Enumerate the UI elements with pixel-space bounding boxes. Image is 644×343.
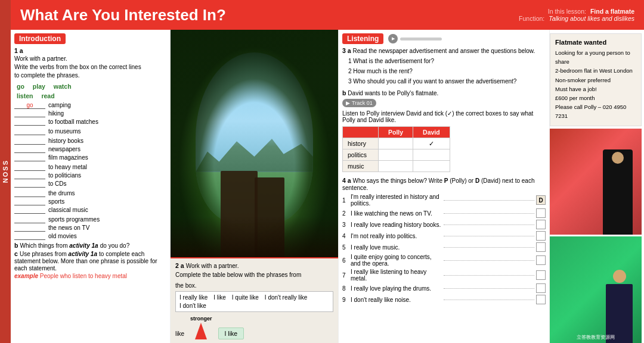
phrase-dont-like: I don't like bbox=[179, 303, 206, 309]
q3b-label: b bbox=[342, 89, 348, 96]
photo-man-container: 立答教教育资源网 bbox=[550, 236, 642, 343]
listening-title: Listening bbox=[342, 33, 383, 44]
q4-item-2: 2 I like watching the news on TV. bbox=[342, 208, 546, 218]
row-history-polly bbox=[379, 138, 413, 149]
ad-line2: 2-bedroom flat in West London bbox=[555, 66, 636, 75]
answer-box-9 bbox=[536, 295, 546, 304]
ad-line6: Please call Polly – 020 4950 7231 bbox=[555, 102, 636, 120]
right-sidebar: Flatmate wanted Looking for a young pers… bbox=[550, 30, 644, 343]
verb-watch: watch bbox=[54, 83, 72, 90]
lesson-label: In this lesson: bbox=[548, 8, 586, 15]
phrase-camping: camping bbox=[48, 102, 71, 108]
function-label: Function: bbox=[519, 15, 544, 22]
phrase-sports-programmes: sports programmes bbox=[48, 216, 100, 223]
phrase-football-matches: to football matches bbox=[48, 119, 98, 125]
example-label: example bbox=[14, 273, 40, 279]
progress-bar[interactable] bbox=[400, 38, 442, 40]
phrase-classical-music: classical music bbox=[48, 207, 88, 213]
page-title: What Are You Interested In? bbox=[20, 6, 519, 24]
phrase-heavy-metal: to heavy metal bbox=[48, 164, 87, 170]
activity-1a-line1: Work with a partner. bbox=[14, 55, 166, 63]
q4-item-8: 8 I really love playing the drums. bbox=[342, 283, 546, 293]
row-history-label: history bbox=[343, 138, 379, 149]
q3a-text: Read the newspaper advertisement and ans… bbox=[353, 48, 535, 54]
activity-2-section: 2 a Work with a partner. Complete the ta… bbox=[171, 257, 338, 343]
row-politics-polly bbox=[379, 149, 413, 161]
ad-line3: Non-smoker preferred bbox=[555, 76, 636, 85]
phrase-news-tv: the news on TV bbox=[48, 224, 89, 231]
verb-go: go bbox=[17, 83, 24, 90]
q4-item-4: 4 I'm not really into politics. bbox=[342, 231, 546, 241]
verb-read: read bbox=[41, 92, 54, 99]
q4-item-9: 9 I don't really like noise. bbox=[342, 295, 546, 304]
row-politics-david bbox=[413, 149, 450, 161]
phrase-really-like: I really like bbox=[179, 294, 208, 301]
blank-go: go bbox=[14, 102, 45, 109]
answer-box-7 bbox=[536, 270, 546, 280]
activity-1b-label: b bbox=[14, 242, 18, 249]
like-label: like bbox=[175, 330, 184, 337]
phrase-sports: sports bbox=[48, 198, 64, 205]
example-text: People who listen to heavy metal bbox=[40, 273, 127, 279]
ad-line1: Looking for a young person to share bbox=[555, 48, 636, 66]
q4-item-3: 3 I really love reading history books. bbox=[342, 220, 546, 229]
phrase-old-movies: old movies bbox=[48, 233, 77, 239]
verb-listen: listen bbox=[17, 92, 33, 99]
activity-2-line1: Work with a partner. bbox=[186, 263, 239, 269]
answer-box-6 bbox=[536, 255, 546, 265]
introduction-section: Introduction 1 a Work with a partner. Wr… bbox=[11, 30, 171, 343]
tent-image bbox=[171, 30, 338, 257]
phrase-film-magazines: film magazines bbox=[48, 154, 88, 161]
q3a-questions: 1 What is the advertisement for? 2 How m… bbox=[348, 56, 546, 86]
introduction-title: Introduction bbox=[14, 33, 66, 44]
activity-1a-label: 1 a bbox=[14, 47, 166, 54]
q4-items-list: 1 I'm really interested in history and p… bbox=[342, 194, 546, 304]
activity-1b-text: Which things from bbox=[20, 242, 69, 249]
row-history-david: ✓ bbox=[413, 138, 450, 149]
play-icon: ▶ bbox=[346, 100, 350, 106]
answer-box-1: D bbox=[536, 195, 546, 205]
middle-section: 2 a Work with a partner. Complete the ta… bbox=[171, 30, 339, 343]
advertisement-box: Flatmate wanted Looking for a young pers… bbox=[550, 33, 642, 126]
audio-controls[interactable]: ▶ bbox=[388, 34, 442, 43]
header-lesson-info: In this lesson: Find a flatmate Function… bbox=[519, 8, 634, 22]
q4-item-1: 1 I'm really interested in history and p… bbox=[342, 194, 546, 207]
phrase-quite-like: I quite like bbox=[232, 294, 259, 301]
activity-1a-line2: Write the verbs from the box on the corr… bbox=[14, 63, 166, 71]
activity-2-label: 2 a bbox=[175, 262, 184, 269]
lesson-badge: NOSS bbox=[0, 0, 11, 343]
phrases-box: I really like I like I quite like I don'… bbox=[175, 291, 333, 312]
phrase-history-books: history books bbox=[48, 138, 83, 144]
answer-box-4 bbox=[536, 231, 546, 241]
verbs-box: go play watch bbox=[14, 82, 166, 91]
answer-box-5 bbox=[536, 242, 546, 252]
table-header-david: David bbox=[413, 127, 450, 138]
phrase-cds: to CDs bbox=[48, 180, 67, 187]
track-badge[interactable]: ▶ Track 01 bbox=[342, 99, 376, 107]
activity-2-instructions: Complete the table below with the phrase… bbox=[175, 271, 333, 279]
photo-woman-container bbox=[550, 129, 642, 235]
q4-item-5: 5 I really love music. bbox=[342, 242, 546, 252]
stronger-label: stronger bbox=[190, 316, 212, 322]
phrase-drums: the drums bbox=[48, 190, 75, 197]
q3a-label: 3 a bbox=[342, 47, 353, 54]
play-button[interactable]: ▶ bbox=[388, 34, 398, 43]
phrase-newspapers: newspapers bbox=[48, 146, 80, 152]
activity-1c-label: c bbox=[14, 250, 18, 257]
ad-line4: Must have a job! bbox=[555, 85, 636, 93]
activity-1b-rest: do you do? bbox=[100, 242, 130, 249]
answer-box-2 bbox=[536, 208, 546, 218]
q3a-q2: 2 How much is the rent? bbox=[348, 66, 546, 76]
phrase-list: go camping hiking to football matches to… bbox=[14, 102, 166, 240]
q4-item-7: 7 I really like listening to heavy metal… bbox=[342, 269, 546, 282]
listening-header: Listening ▶ bbox=[342, 33, 546, 44]
ad-title: Flatmate wanted bbox=[555, 39, 636, 46]
activity-1c-text: Use phrases from bbox=[20, 251, 69, 257]
answer-box-8 bbox=[536, 283, 546, 293]
lesson-badge-text: NOSS bbox=[2, 160, 9, 183]
phrase-hiking: hiking bbox=[48, 110, 64, 117]
phrase-dont-really-like: I don't really like bbox=[265, 294, 307, 301]
header-bar: What Are You Interested In? In this less… bbox=[11, 0, 644, 30]
phrase-museums: to museums bbox=[48, 128, 80, 135]
q3b-text: David wants to be Polly's flatmate. bbox=[348, 90, 438, 96]
